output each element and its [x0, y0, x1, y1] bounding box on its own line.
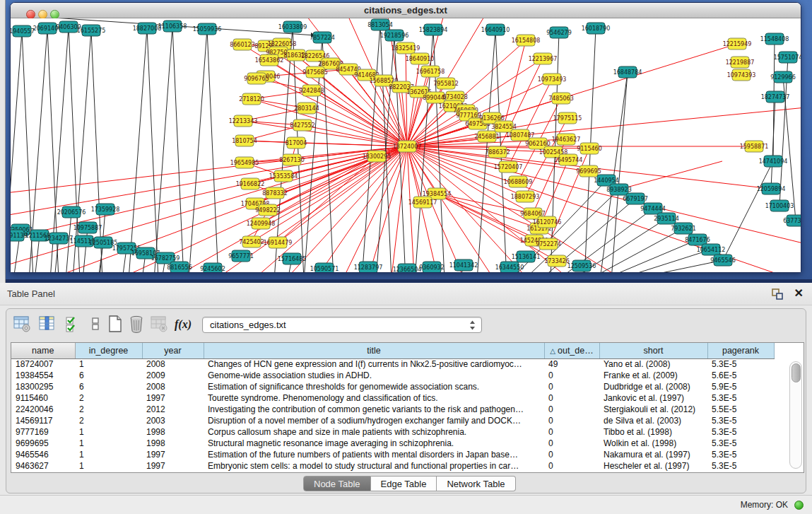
table-cell[interactable]: Jankovic et al. (1997) — [599, 392, 707, 404]
float-window-button[interactable] — [772, 288, 784, 300]
close-panel-icon[interactable]: ✕ — [794, 286, 804, 300]
table-cell[interactable]: 1 — [75, 438, 142, 449]
table-cell[interactable]: 9463627 — [11, 460, 75, 472]
table-cell[interactable]: Dudbridge et al. (2008) — [599, 381, 707, 392]
network-node[interactable]: 10974393 — [727, 69, 756, 81]
tab-edge-table[interactable]: Edge Table — [371, 476, 437, 491]
show-columns-button[interactable] — [37, 315, 57, 334]
network-node[interactable]: 9752274 — [536, 238, 561, 250]
table-cell[interactable]: 19384554 — [11, 370, 75, 381]
table-row[interactable]: 1456911722003Disruption of a novel membe… — [11, 415, 774, 426]
network-node[interactable]: 9498222 — [255, 204, 281, 216]
network-canvas[interactable]: 1940557206914069406309161552751882700811… — [11, 18, 801, 272]
table-cell[interactable]: Estimation of significance thresholds fo… — [204, 381, 544, 392]
network-node[interactable]: 1940557 — [11, 25, 35, 37]
tab-network-table[interactable]: Network Table — [437, 476, 515, 491]
network-node[interactable]: 9475685 — [302, 66, 328, 78]
network-node[interactable]: 9360932 — [419, 262, 445, 272]
table-cell[interactable]: Yano et al. (2008) — [599, 358, 707, 370]
table-cell[interactable]: 9777169 — [11, 426, 75, 438]
network-node[interactable]: 6377312 — [783, 215, 801, 226]
function-builder-button[interactable]: f(x) — [173, 315, 193, 334]
network-edge[interactable] — [600, 72, 628, 272]
network-edge[interactable] — [296, 143, 407, 146]
table-cell[interactable]: Stergiakouli et al. (2012) — [599, 404, 707, 415]
network-edge[interactable] — [407, 92, 419, 146]
clear-column-selection-button[interactable] — [86, 315, 105, 334]
network-node[interactable]: 8660123 — [230, 39, 255, 50]
table-cell[interactable]: 0 — [544, 370, 599, 381]
table-cell[interactable]: Hescheler et al. (1997) — [599, 460, 707, 472]
column-header-title[interactable]: title — [204, 343, 544, 358]
table-cell[interactable]: Tibbo et al. (1998) — [599, 426, 707, 438]
network-edge[interactable] — [611, 72, 628, 272]
network-node[interactable]: 9245602 — [200, 263, 225, 272]
table-cell[interactable]: 6 — [75, 381, 142, 392]
table-vertical-scrollbar[interactable] — [789, 361, 802, 469]
network-node[interactable]: 9657771 — [228, 250, 254, 262]
table-cell[interactable]: 2012 — [142, 404, 204, 415]
network-edge[interactable] — [129, 28, 147, 272]
network-node[interactable]: 17359928 — [91, 204, 120, 215]
table-cell[interactable]: 0 — [544, 381, 599, 392]
table-cell[interactable]: 1997 — [142, 460, 204, 472]
network-node[interactable]: 16018790 — [582, 23, 611, 34]
network-node[interactable]: 9129966 — [770, 71, 796, 83]
left-panel-divider[interactable] — [0, 0, 6, 283]
table-cell[interactable]: Corpus callosum shape and size in male p… — [204, 426, 544, 438]
table-cell[interactable]: 2008 — [142, 381, 204, 392]
network-node[interactable]: 11041342 — [449, 259, 478, 271]
table-row[interactable]: 911546021997Tourette syndrome. Phenomeno… — [11, 392, 774, 404]
network-node[interactable]: 1733426 — [544, 255, 570, 267]
table-cell[interactable]: 0 — [544, 426, 599, 438]
table-cell[interactable]: Tourette syndrome. Phenomenology and cla… — [204, 392, 544, 404]
table-cell[interactable]: 5.3E-5 — [707, 392, 774, 404]
network-node[interactable]: 12219887 — [726, 57, 755, 68]
network-node[interactable]: 2456881 — [474, 131, 500, 142]
network-node[interactable]: 11283797 — [354, 262, 383, 272]
network-node[interactable]: 18827008 — [133, 23, 162, 34]
network-node[interactable]: 7886372 — [485, 146, 510, 158]
table-cell[interactable]: 2009 — [142, 370, 204, 381]
table-row[interactable]: 946554611997Estimation of the future num… — [11, 449, 774, 460]
network-node[interactable]: 15751074 — [774, 52, 801, 63]
network-node[interactable]: 10590571 — [310, 263, 339, 272]
network-edge[interactable] — [11, 146, 407, 205]
table-cell[interactable]: 14569117 — [11, 415, 75, 426]
network-node[interactable]: 9242848 — [299, 85, 324, 96]
scrollbar-thumb[interactable] — [792, 363, 801, 382]
table-cell[interactable]: 5.6E-5 — [707, 370, 774, 381]
table-cell[interactable]: Genome-wide association studies in ADHD. — [204, 370, 544, 381]
table-cell[interactable]: 5.3E-5 — [707, 460, 774, 472]
table-cell[interactable]: Disruption of a novel member of a sodium… — [204, 415, 544, 426]
network-node[interactable]: 7955812 — [433, 78, 459, 89]
table-cell[interactable]: Investigating the contribution of common… — [204, 404, 544, 415]
network-node[interactable]: 817004 — [286, 137, 307, 148]
network-node[interactable]: 12213343 — [229, 115, 258, 127]
table-cell[interactable]: 0 — [544, 460, 599, 472]
network-node[interactable]: 15720407 — [494, 161, 523, 173]
table-settings-button[interactable] — [12, 315, 32, 334]
table-cell[interactable]: 0 — [544, 449, 599, 460]
network-node[interactable]: 8878332 — [262, 187, 288, 199]
network-node[interactable]: 10688609 — [504, 176, 533, 187]
network-edge[interactable] — [407, 146, 481, 272]
network-node[interactable]: 8813054 — [367, 19, 393, 30]
table-cell[interactable]: 0 — [544, 392, 599, 404]
table-cell[interactable]: 9465546 — [11, 449, 75, 460]
table-cell[interactable]: 1 — [75, 449, 142, 460]
network-edge[interactable] — [172, 26, 184, 272]
table-cell[interactable]: 1997 — [142, 449, 204, 460]
network-node[interactable]: 12409948 — [247, 218, 276, 229]
table-row[interactable]: 977716911998Corpus callosum shape and si… — [11, 426, 774, 438]
network-node[interactable]: 8427552 — [290, 119, 315, 131]
table-cell[interactable]: 2 — [75, 404, 142, 415]
network-node[interactable]: 19463627 — [552, 134, 581, 145]
network-edge[interactable] — [154, 26, 172, 272]
network-edge[interactable] — [619, 161, 722, 189]
table-cell[interactable]: 1 — [75, 426, 142, 438]
table-row[interactable]: 2242004622012Investigating the contribut… — [11, 404, 774, 415]
table-cell[interactable]: de Silva et al. (2003) — [599, 415, 707, 426]
network-node[interactable]: 7932621 — [671, 223, 696, 234]
table-cell[interactable]: 5.3E-5 — [707, 426, 774, 438]
